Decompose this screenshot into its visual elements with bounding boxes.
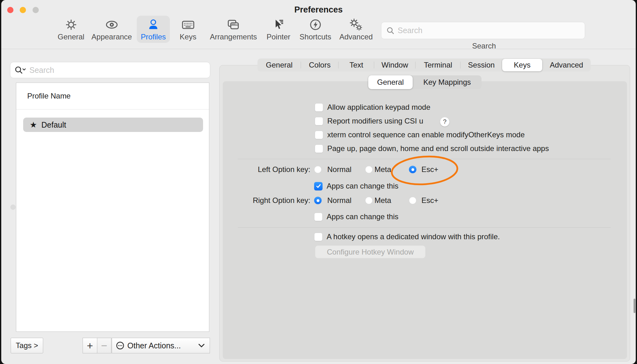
toolbar-label: Pointer (267, 33, 290, 41)
radio-right-meta[interactable] (365, 197, 373, 204)
list-header-divider (16, 109, 209, 109)
gear-icon (64, 18, 78, 32)
profile-name: Default (41, 120, 66, 129)
checkbox-page-scroll[interactable] (315, 144, 323, 153)
other-actions-label: Other Actions... (127, 341, 181, 350)
tab-session[interactable]: Session (461, 58, 502, 72)
checkbox-row-page-scroll[interactable]: Page up, page down, home and end scroll … (315, 142, 549, 155)
toolbar-item-appearance[interactable]: Appearance (87, 16, 136, 43)
splitter-handle[interactable] (10, 205, 16, 210)
checkmark-icon (316, 183, 321, 189)
profile-row-default[interactable]: ★ Default (23, 118, 203, 132)
window-title: Preferences (1, 5, 636, 15)
question-mark-icon: ? (443, 118, 446, 125)
keys-general-content (223, 81, 627, 359)
toolbar-item-keys[interactable]: Keys (176, 16, 200, 43)
lightning-icon (308, 18, 323, 32)
add-remove-group: + − (83, 338, 111, 353)
chevron-down-icon (198, 344, 205, 348)
profile-list-header: Profile Name (27, 92, 71, 100)
person-icon (146, 18, 161, 32)
keys-subtabs: General Key Mappings (368, 75, 482, 89)
remove-profile-button[interactable]: − (97, 338, 111, 353)
plus-icon: + (87, 340, 93, 352)
tab-colors[interactable]: Colors (301, 58, 339, 72)
tags-button[interactable]: Tags > (11, 338, 43, 353)
search-placeholder: Search (398, 26, 422, 35)
radio-right-normal[interactable] (314, 197, 322, 204)
checkbox-modifyotherkeys[interactable] (315, 131, 323, 139)
minus-icon: − (101, 340, 107, 352)
left-option-key-label: Left Option key: (223, 165, 310, 174)
preferences-window: Preferences General Appearance Profiles … (1, 0, 636, 364)
configure-hotkey-window-button[interactable]: Configure Hotkey Window (315, 245, 426, 258)
toolbar-label: Keys (180, 33, 196, 41)
subtab-key-mappings[interactable]: Key Mappings (413, 75, 482, 89)
profile-tabs: General Colors Text Window Terminal Sess… (257, 58, 591, 72)
star-icon: ★ (30, 120, 37, 130)
toolbar-search-input[interactable]: Search (381, 22, 585, 39)
toolbar-item-general[interactable]: General (54, 16, 88, 43)
other-actions-dropdown[interactable]: Other Actions... (112, 338, 210, 353)
keyboard-icon (181, 18, 195, 32)
tab-advanced[interactable]: Advanced (542, 58, 591, 72)
tab-terminal[interactable]: Terminal (415, 58, 461, 72)
profile-search-input[interactable]: Search (10, 62, 210, 78)
help-button[interactable]: ? (440, 117, 450, 127)
tab-general[interactable]: General (257, 58, 301, 72)
radio-left-meta[interactable] (365, 166, 373, 173)
checkbox-csi-u[interactable] (315, 117, 323, 125)
checkbox-hotkey-window[interactable] (314, 233, 323, 241)
toolbar-item-profiles[interactable]: Profiles (137, 16, 170, 43)
subtab-general[interactable]: General (368, 75, 413, 89)
tab-window[interactable]: Window (374, 58, 415, 72)
right-option-key-row: Right Option key: Normal Meta Esc+ (223, 194, 504, 207)
toolbar-item-advanced[interactable]: Advanced (335, 16, 377, 43)
checkbox-row-keypad[interactable]: Allow application keypad mode (315, 101, 431, 114)
ellipsis-circle-icon (116, 341, 125, 350)
toolbar-item-arrangements[interactable]: Arrangements (206, 16, 261, 43)
profile-list: Profile Name ★ Default (16, 83, 209, 332)
toolbar-item-shortcuts[interactable]: Shortcuts (295, 16, 335, 43)
search-menu-icon (14, 66, 27, 74)
radio-left-esc[interactable] (409, 166, 416, 173)
toolbar-divider (1, 49, 636, 49)
toolbar-label: Shortcuts (299, 33, 331, 41)
checkbox-apps-change-right[interactable] (314, 213, 323, 221)
windows-icon (226, 18, 241, 32)
toolbar-label: Profiles (141, 33, 166, 41)
right-option-key-label: Right Option key: (223, 196, 310, 205)
tags-button-label: Tags > (16, 341, 38, 350)
toolbar-label: General (58, 33, 84, 41)
cursor-icon (271, 18, 286, 32)
left-option-key-row: Left Option key: Normal Meta Esc+ (223, 163, 504, 176)
apps-can-change-right-row[interactable]: Apps can change this (314, 210, 399, 223)
toolbar-item-pointer[interactable]: Pointer (262, 16, 294, 43)
checkbox-row-csi-u[interactable]: Report modifiers using CSI u (315, 114, 423, 128)
section-divider (238, 227, 611, 228)
checkbox-allow-keypad[interactable] (315, 103, 323, 112)
eye-icon (104, 18, 119, 32)
section-divider (238, 159, 611, 159)
checkbox-row-modifyotherkeys[interactable]: xterm control sequence can enable modify… (315, 128, 525, 141)
tab-text[interactable]: Text (339, 58, 374, 72)
radio-left-normal[interactable] (314, 166, 322, 173)
scrollbar-thumb[interactable] (634, 299, 635, 313)
hotkey-row[interactable]: A hotkey opens a dedicated window with t… (314, 230, 500, 243)
toolbar-label: Arrangements (210, 33, 257, 41)
apps-can-change-left-row[interactable]: Apps can change this (314, 179, 399, 193)
gears-icon (349, 18, 363, 32)
search-placeholder: Search (29, 66, 54, 75)
radio-right-esc[interactable] (409, 197, 416, 204)
add-profile-button[interactable]: + (83, 338, 97, 353)
tab-keys[interactable]: Keys (502, 59, 542, 71)
search-icon (386, 27, 395, 35)
toolbar-label: Advanced (339, 33, 373, 41)
checkbox-apps-change-left[interactable] (314, 182, 323, 190)
toolbar-label: Appearance (91, 33, 132, 41)
